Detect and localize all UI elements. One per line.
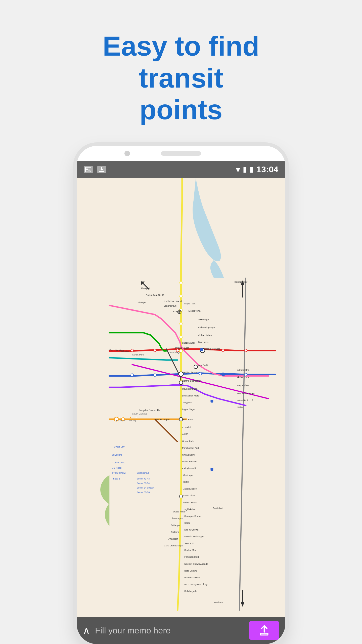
svg-text:Akshardham: Akshardham	[237, 376, 249, 379]
svg-text:Green Park: Green Park	[182, 440, 194, 442]
svg-rect-124	[200, 348, 203, 351]
expand-icon[interactable]: ∧	[83, 625, 90, 636]
memo-placeholder-text[interactable]: Fill your memo here	[95, 626, 249, 635]
svg-text:Bata Chowk: Bata Chowk	[185, 569, 197, 572]
svg-rect-2	[99, 171, 104, 172]
svg-text:Nehru Enclave: Nehru Enclave	[182, 460, 197, 463]
svg-text:▮ T 13: ▮ T 13	[117, 416, 123, 418]
svg-text:Mathura: Mathura	[214, 601, 223, 604]
svg-text:Subzi Mandi: Subzi Mandi	[182, 342, 195, 344]
svg-text:Okhla: Okhla	[183, 481, 190, 483]
svg-text:Udyog Bhawan: Udyog Bhawan	[182, 387, 198, 390]
svg-text:Civil Lines: Civil Lines	[198, 341, 209, 343]
svg-text:Lajpat Nagar: Lajpat Nagar	[182, 408, 195, 410]
svg-text:Ballabhgarh: Ballabhgarh	[185, 590, 197, 592]
svg-text:Mewala Maharajpur: Mewala Maharajpur	[185, 535, 204, 538]
svg-text:Vishwavidyalaya: Vishwavidyalaya	[198, 326, 215, 329]
svg-text:South Campus: South Campus	[132, 413, 147, 415]
svg-text:Indraprastha: Indraprastha	[237, 369, 250, 371]
page-title: Easy to find transit points	[58, 30, 304, 126]
svg-text:Escorts Mujesar: Escorts Mujesar	[185, 576, 201, 579]
svg-text:Sector 55-56: Sector 55-56	[137, 491, 150, 493]
svg-point-27	[131, 374, 133, 376]
svg-text:Durgabai Deshmukh: Durgabai Deshmukh	[139, 409, 160, 412]
svg-rect-126	[211, 400, 213, 403]
svg-text:Phase 1: Phase 1	[112, 477, 120, 480]
svg-text:New Ashok Nagar: New Ashok Nagar	[237, 392, 255, 394]
svg-text:NCB Goodyear Colony: NCB Goodyear Colony	[185, 583, 208, 585]
share-icon	[259, 625, 270, 636]
svg-point-21	[180, 281, 183, 284]
battery-icon: ▮	[250, 165, 253, 174]
svg-text:Sector 42-43: Sector 42-43	[137, 477, 150, 480]
svg-text:Hauz Khas: Hauz Khas	[182, 418, 194, 421]
svg-text:South Campus: South Campus	[155, 418, 170, 421]
svg-text:Jahangirpuri: Jahangirpuri	[164, 304, 176, 307]
svg-text:Ghittorni: Ghittorni	[171, 531, 179, 533]
svg-text:AIIMS: AIIMS	[182, 433, 189, 435]
svg-text:Noida Sector 15: Noida Sector 15	[237, 399, 253, 401]
svg-text:Haiderpur: Haiderpur	[137, 301, 147, 304]
svg-text:GTB Nagar: GTB Nagar	[198, 318, 210, 320]
phone-camera	[124, 151, 130, 156]
svg-text:Vidhan Sabha: Vidhan Sabha	[198, 334, 212, 337]
svg-text:Chirag Delhi: Chirag Delhi	[182, 453, 195, 456]
svg-point-23	[154, 349, 156, 352]
svg-text:Chhattarpur: Chhattarpur	[171, 517, 183, 519]
svg-text:Guru Dronacharya: Guru Dronacharya	[164, 544, 183, 547]
svg-point-18	[180, 322, 183, 325]
svg-text:Mohan Estate: Mohan Estate	[183, 501, 197, 504]
svg-text:Badkal Mor: Badkal Mor	[185, 549, 196, 551]
svg-text:A City Centre: A City Centre	[112, 461, 125, 464]
share-button[interactable]	[249, 621, 279, 640]
svg-text:NHPC Chowk: NHPC Chowk	[185, 529, 199, 531]
svg-rect-125	[222, 373, 225, 376]
svg-text:Neelam Chowk Ajronda: Neelam Chowk Ajronda	[185, 562, 208, 565]
svg-text:Arjangarh: Arjangarh	[168, 538, 178, 540]
map-area[interactable]: Rajiv Chowk New Delhi Kashmere Gate Rohi…	[77, 178, 285, 617]
svg-text:Belvedere: Belvedere	[112, 453, 122, 456]
svg-text:Kalkaji Mandir: Kalkaji Mandir	[182, 467, 197, 469]
phone-mockup: ▾ ▮ ▮ 13:04	[77, 146, 285, 644]
signal-icon: ▮	[243, 165, 247, 174]
svg-text:Ashok Park: Ashok Park	[132, 353, 144, 356]
svg-text:Rajiv Chowk: Rajiv Chowk	[183, 371, 197, 374]
svg-text:Shastri Nagar: Shastri Nagar	[167, 351, 181, 353]
svg-text:New Delhi: New Delhi	[198, 364, 208, 366]
svg-text:Faridabad Old: Faridabad Old	[185, 556, 199, 558]
svg-point-29	[199, 372, 202, 375]
svg-text:Jasola Apollo: Jasola Apollo	[183, 488, 197, 490]
status-time: 13:04	[256, 165, 278, 174]
svg-point-25	[222, 349, 224, 352]
svg-text:Jangpura: Jangpura	[182, 401, 192, 404]
svg-text:Kashmere Gate: Kashmere Gate	[204, 347, 220, 350]
svg-point-13	[179, 495, 183, 498]
svg-text:Central Secretariat: Central Secretariat	[182, 379, 201, 382]
svg-point-20	[180, 295, 183, 298]
phone-top-bar	[77, 146, 285, 161]
svg-text:Aerocity: Aerocity	[129, 420, 136, 422]
svg-text:Noida: Noida	[237, 406, 243, 408]
wifi-icon: ▾	[236, 165, 240, 174]
svg-point-26	[244, 349, 247, 352]
svg-text:Sarai: Sarai	[185, 521, 190, 524]
bottom-bar: ∧ Fill your memo here	[77, 617, 285, 644]
svg-text:Pashchim Vihar: Pashchim Vihar	[109, 349, 124, 351]
svg-text:Cyber City: Cyber City	[114, 446, 125, 448]
svg-text:Majlis Park: Majlis Park	[185, 302, 196, 305]
svg-text:Faridabad: Faridabad	[213, 507, 223, 509]
svg-text:Badarpur Border: Badarpur Border	[185, 515, 201, 517]
svg-text:Saharanpur: Saharanpur	[234, 280, 248, 283]
svg-text:IGI Airport: IGI Airport	[116, 420, 125, 422]
svg-point-17	[180, 336, 183, 339]
svg-text:Panchsheel Park: Panchsheel Park	[182, 447, 200, 449]
svg-text:Azadpur: Azadpur	[173, 310, 182, 313]
phone-speaker	[161, 151, 201, 156]
svg-point-9	[194, 365, 198, 368]
svg-text:IIT Delhi: IIT Delhi	[182, 426, 191, 429]
svg-rect-127	[211, 468, 213, 471]
svg-text:Sarita Vihar: Sarita Vihar	[183, 494, 195, 497]
svg-text:MG Road: MG Road	[112, 467, 121, 469]
svg-text:IFFCO Chowk: IFFCO Chowk	[112, 472, 126, 474]
download-status-icon	[97, 166, 106, 173]
